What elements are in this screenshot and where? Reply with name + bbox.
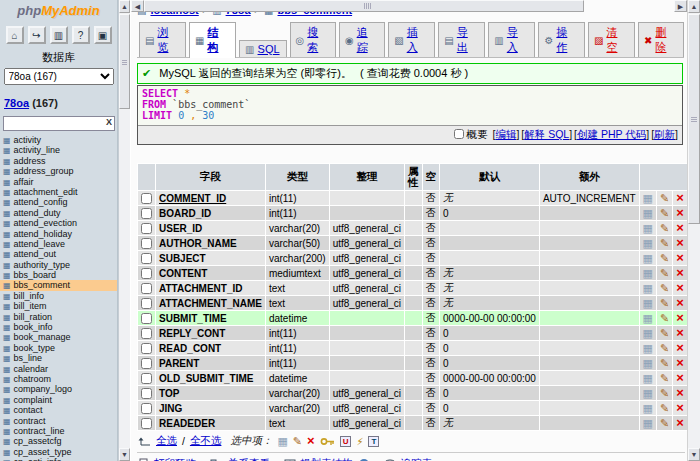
profiling-checkbox[interactable] [454, 129, 464, 139]
row-checkbox[interactable] [141, 403, 152, 414]
tab[interactable]: ◎搜索 [290, 22, 336, 57]
database-link[interactable]: 78oa [4, 97, 29, 109]
sidebar-table-item[interactable]: ▦book_info [0, 322, 117, 332]
browse-values-icon[interactable]: ▦ [643, 297, 653, 309]
row-checkbox[interactable] [141, 193, 152, 204]
tab[interactable]: ✖删除 [638, 22, 684, 57]
edit-pencil-icon[interactable]: ✎ [660, 267, 669, 279]
row-checkbox[interactable] [141, 313, 152, 324]
drop-x-icon[interactable]: × [676, 385, 684, 400]
tab[interactable]: ▨清空 [588, 22, 635, 57]
sidebar-table-item[interactable]: ▦bill_ration [0, 312, 117, 322]
edit-pencil-icon[interactable]: ✎ [660, 297, 669, 309]
sidebar-scrollbar[interactable]: ▲ ▼ [118, 0, 130, 461]
drop-x-icon[interactable]: × [676, 325, 684, 340]
sql-action-link[interactable]: 刷新 [654, 128, 675, 140]
tab[interactable]: ◉追踪 [339, 22, 385, 57]
edit-pencil-icon[interactable]: ✎ [660, 312, 669, 324]
sidebar-table-item[interactable]: ▦bs_line [0, 353, 117, 363]
row-checkbox[interactable] [141, 328, 152, 339]
print-preview-link[interactable]: 打印预览 [154, 457, 196, 461]
drop-x-icon[interactable]: × [676, 250, 684, 265]
sidebar-table-item[interactable]: ▦bbs_comment [0, 280, 117, 290]
sql-window-button[interactable]: ▥ [50, 26, 68, 44]
edit-pencil-icon[interactable]: ✎ [660, 402, 669, 414]
edit-pencil-icon[interactable]: ✎ [660, 357, 669, 369]
tab[interactable]: ▥导入 [488, 22, 535, 57]
drop-x-icon[interactable]: × [676, 295, 684, 310]
edit-pencil-icon[interactable]: ✎ [660, 372, 669, 384]
logout-button[interactable]: ↪ [28, 26, 46, 44]
sidebar-table-item[interactable]: ▦affair [0, 177, 117, 187]
scrollbar-thumb[interactable] [119, 14, 130, 109]
scroll-up-arrow[interactable]: ▲ [688, 0, 700, 13]
primary-key-icon[interactable] [320, 437, 335, 446]
drop-selected-icon[interactable]: × [307, 436, 315, 446]
edit-pencil-icon[interactable]: ✎ [660, 417, 669, 429]
scroll-right-arrow[interactable]: ▶ [674, 0, 687, 12]
scrollbar-thumb[interactable] [144, 0, 584, 12]
scroll-up-arrow[interactable]: ▲ [119, 0, 130, 13]
vertical-scrollbar[interactable]: ▲ ▼ [687, 0, 700, 461]
drop-x-icon[interactable]: × [676, 340, 684, 355]
tab[interactable]: ⚙操作 [538, 22, 585, 57]
edit-pencil-icon[interactable]: ✎ [660, 192, 669, 204]
browse-values-icon[interactable]: ▦ [643, 252, 653, 264]
sidebar-table-item[interactable]: ▦authority_type [0, 260, 117, 270]
propose-structure-link[interactable]: 规划表结构 [300, 457, 353, 461]
drop-x-icon[interactable]: × [676, 190, 684, 205]
sidebar-table-item[interactable]: ▦attend_evection [0, 218, 117, 228]
row-checkbox[interactable] [141, 373, 152, 384]
drop-x-icon[interactable]: × [676, 205, 684, 220]
sql-action-link[interactable]: 创建 PHP 代码 [577, 128, 646, 140]
track-table-link[interactable]: 追踪表 [401, 457, 433, 461]
sidebar-table-item[interactable]: ▦cp_asti_info [0, 457, 117, 461]
unique-index-icon[interactable]: U [340, 436, 352, 447]
sidebar-table-item[interactable]: ▦bill_info [0, 291, 117, 301]
phpmyadmin-logo[interactable]: phpMyAdmin [0, 3, 117, 18]
browse-values-icon[interactable]: ▦ [643, 237, 653, 249]
sidebar-table-item[interactable]: ▦bbs_board [0, 270, 117, 280]
edit-pencil-icon[interactable]: ✎ [660, 327, 669, 339]
row-checkbox[interactable] [141, 253, 152, 264]
tab[interactable]: ▧插入 [388, 22, 435, 57]
drop-x-icon[interactable]: × [676, 370, 684, 385]
sidebar-table-item[interactable]: ▦contact [0, 405, 117, 415]
sidebar-table-item[interactable]: ▦contract_line [0, 426, 117, 436]
row-checkbox[interactable] [141, 268, 152, 279]
scroll-down-arrow[interactable]: ▼ [119, 448, 130, 461]
index-icon[interactable]: ⚡ [356, 436, 363, 447]
sidebar-table-item[interactable]: ▦calendar [0, 364, 117, 374]
row-checkbox[interactable] [141, 283, 152, 294]
browse-values-icon[interactable]: ▦ [643, 372, 653, 384]
edit-pencil-icon[interactable]: ✎ [660, 342, 669, 354]
browse-values-icon[interactable]: ▦ [643, 387, 653, 399]
browse-values-icon[interactable]: ▦ [643, 282, 653, 294]
sidebar-table-item[interactable]: ▦attend_out [0, 249, 117, 259]
sidebar-table-item[interactable]: ▦attend_holiday [0, 229, 117, 239]
browse-values-icon[interactable]: ▦ [643, 342, 653, 354]
edit-pencil-icon[interactable]: ✎ [660, 252, 669, 264]
browse-values-icon[interactable]: ▦ [643, 222, 653, 234]
check-all-link[interactable]: 全选 [156, 434, 177, 448]
docs-button[interactable]: ? [72, 26, 90, 44]
sidebar-table-item[interactable]: ▦attend_leave [0, 239, 117, 249]
sidebar-table-item[interactable]: ▦address_group [0, 166, 117, 176]
drop-x-icon[interactable]: × [676, 415, 684, 430]
sidebar-table-item[interactable]: ▦book_type [0, 343, 117, 353]
sql-action-link[interactable]: 解释 SQL [524, 128, 569, 140]
browse-selected-icon[interactable]: ▦ [277, 435, 287, 448]
row-checkbox[interactable] [141, 388, 152, 399]
relation-view-link[interactable]: 关系查看 [228, 457, 270, 461]
drop-x-icon[interactable]: × [676, 355, 684, 370]
browse-values-icon[interactable]: ▦ [643, 402, 653, 414]
tab[interactable]: ▤导出 [438, 22, 485, 57]
sidebar-table-item[interactable]: ▦bill_item [0, 301, 117, 311]
edit-pencil-icon[interactable]: ✎ [660, 237, 669, 249]
sidebar-table-item[interactable]: ▦cp_assetcfg [0, 436, 117, 446]
sidebar-table-item[interactable]: ▦complaint [0, 395, 117, 405]
clear-filter-icon[interactable]: X [106, 117, 112, 127]
sidebar-table-item[interactable]: ▦attachment_edit [0, 187, 117, 197]
tab[interactable]: ▦结构 [189, 22, 236, 58]
query-window-button[interactable]: ▣ [94, 26, 112, 44]
